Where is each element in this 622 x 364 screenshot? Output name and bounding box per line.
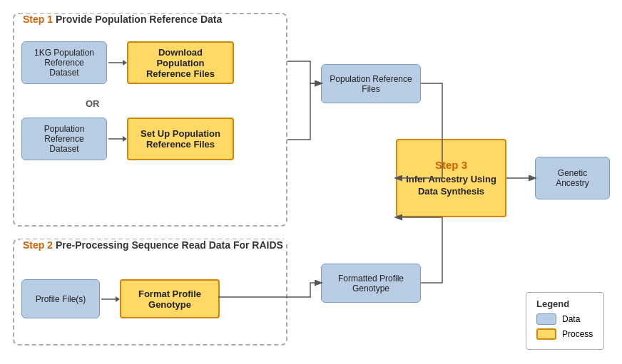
pop-ref-files-output-node: Population Reference Files (321, 64, 421, 103)
legend-data-swatch (536, 313, 556, 325)
formatted-profile-data-node: Formatted Profile Genotype (321, 264, 421, 303)
step3-num: Step 3 (435, 159, 467, 171)
format-profile-node: Format Profile Genotype (120, 279, 220, 318)
legend-data-label: Data (562, 314, 580, 324)
legend-process-label: Process (562, 329, 593, 339)
legend-process-swatch (536, 328, 556, 340)
step3-process-node: Step 3 Infer Ancestry Using Data Synthes… (396, 139, 506, 217)
step1-box: Step 1 Provide Population Reference Data… (13, 13, 287, 227)
arrow2 (107, 133, 127, 145)
arrow3 (100, 293, 120, 305)
pop-ref-files-data-node: Population Reference Files (321, 64, 421, 103)
genetic-ancestry-node: Genetic Ancestry (535, 157, 610, 199)
genetic-ancestry-data-node: Genetic Ancestry (535, 157, 610, 199)
legend-process-item: Process (536, 328, 593, 340)
step2-row: Profile File(s) Format Profile Genotype (21, 279, 278, 318)
setup-pop-ref-node: Set Up Population Reference Files (127, 118, 234, 160)
legend-title: Legend (536, 298, 593, 309)
pop-ref-dataset-node: Population Reference Dataset (21, 118, 107, 160)
arrow1 (107, 57, 127, 68)
formatted-profile-output-node: Formatted Profile Genotype (321, 264, 421, 303)
step1-num: Step 1 (23, 14, 53, 25)
step1-label: Step 1 Provide Population Reference Data (20, 14, 225, 25)
or-label: OR (86, 98, 100, 109)
step2-text: Pre-Processing Sequence Read Data For RA… (56, 239, 283, 251)
step2-box: Step 2 Pre-Processing Sequence Read Data… (13, 239, 287, 345)
diagram-container: Step 1 Provide Population Reference Data… (0, 0, 622, 364)
1kg-dataset-node: 1KG Population Reference Dataset (21, 41, 107, 84)
step1-row1: 1KG Population Reference Dataset Downloa… (21, 41, 278, 84)
step2-label: Step 2 Pre-Processing Sequence Read Data… (20, 239, 286, 251)
step3-text: Infer Ancestry Using Data Synthesis (404, 174, 498, 198)
step3-node: Step 3 Infer Ancestry Using Data Synthes… (396, 139, 506, 217)
step1-text: Provide Population Reference Data (56, 14, 222, 25)
step1-row2: Population Reference Dataset Set Up Popu… (21, 118, 278, 160)
legend-data-item: Data (536, 313, 593, 325)
download-pop-ref-node: Download Population Reference Files (127, 41, 234, 84)
legend-box: Legend Data Process (526, 292, 604, 350)
step2-num: Step 2 (23, 239, 53, 251)
profile-files-node: Profile File(s) (21, 279, 100, 318)
